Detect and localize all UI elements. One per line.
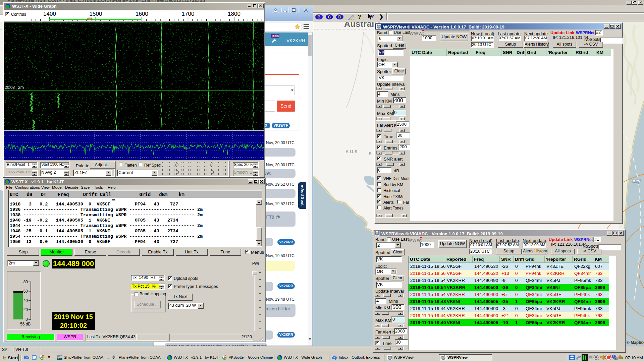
svg-text:20: 20: [23, 307, 28, 312]
svg-text:ney: ney: [633, 178, 641, 183]
svg-text:© Mapbox: © Mapbox: [627, 340, 644, 345]
svg-text:1700: 1700: [182, 11, 195, 17]
svg-text:AUS: AUS: [345, 149, 359, 154]
svg-text:20:08 2m: 20:08 2m: [5, 85, 24, 90]
svg-text:1500: 1500: [90, 11, 102, 17]
svg-text:?: ?: [371, 13, 374, 19]
svg-text:n: n: [615, 357, 617, 360]
svg-text:1400: 1400: [43, 11, 56, 17]
svg-text:1600: 1600: [136, 11, 148, 17]
svg-text:S: S: [369, 151, 373, 156]
svg-text:1800: 1800: [228, 11, 240, 17]
svg-text:80: 80: [23, 280, 28, 284]
svg-text:0: 0: [25, 317, 28, 321]
svg-text:60: 60: [23, 289, 28, 294]
svg-text:40: 40: [23, 298, 28, 303]
